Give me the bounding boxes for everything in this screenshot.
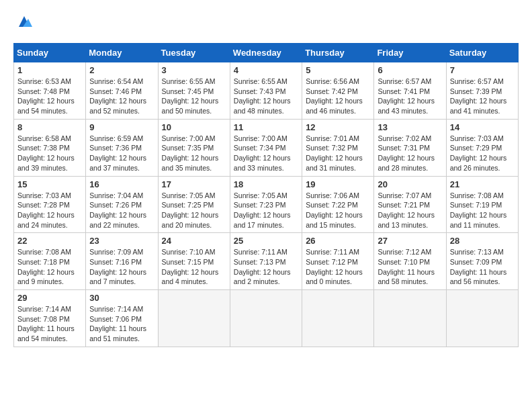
day-number: 3 bbox=[162, 65, 226, 75]
day-info: Sunrise: 7:03 AMSunset: 7:28 PMDaylight:… bbox=[17, 191, 82, 230]
day-number: 12 bbox=[306, 122, 370, 132]
day-number: 20 bbox=[378, 179, 442, 189]
calendar-cell: 18Sunrise: 7:05 AMSunset: 7:23 PMDayligh… bbox=[230, 176, 302, 233]
day-info: Sunrise: 7:12 AMSunset: 7:10 PMDaylight:… bbox=[378, 247, 442, 287]
day-info: Sunrise: 6:57 AMSunset: 7:41 PMDaylight:… bbox=[378, 77, 442, 116]
calendar-week-5: 29Sunrise: 7:14 AMSunset: 7:08 PMDayligh… bbox=[14, 290, 519, 347]
calendar-cell: 10Sunrise: 7:00 AMSunset: 7:35 PMDayligh… bbox=[158, 119, 230, 176]
day-number: 11 bbox=[234, 122, 298, 132]
day-number: 16 bbox=[89, 179, 154, 189]
day-number: 27 bbox=[378, 236, 442, 246]
calendar-cell: 25Sunrise: 7:11 AMSunset: 7:13 PMDayligh… bbox=[230, 233, 302, 290]
calendar-cell: 20Sunrise: 7:07 AMSunset: 7:21 PMDayligh… bbox=[374, 176, 446, 233]
day-info: Sunrise: 6:57 AMSunset: 7:39 PMDaylight:… bbox=[450, 77, 515, 116]
calendar-week-4: 22Sunrise: 7:08 AMSunset: 7:18 PMDayligh… bbox=[14, 233, 519, 290]
day-number: 22 bbox=[17, 236, 82, 246]
calendar-cell: 8Sunrise: 6:58 AMSunset: 7:38 PMDaylight… bbox=[14, 119, 86, 176]
day-info: Sunrise: 6:53 AMSunset: 7:48 PMDaylight:… bbox=[17, 77, 82, 116]
calendar-header-wednesday: Wednesday bbox=[230, 44, 302, 62]
calendar-cell bbox=[230, 290, 302, 347]
logo-icon bbox=[15, 13, 34, 32]
calendar-cell bbox=[158, 290, 230, 347]
day-number: 25 bbox=[234, 236, 298, 246]
day-info: Sunrise: 7:09 AMSunset: 7:16 PMDaylight:… bbox=[89, 247, 154, 287]
day-info: Sunrise: 7:00 AMSunset: 7:35 PMDaylight:… bbox=[162, 134, 226, 173]
day-info: Sunrise: 7:04 AMSunset: 7:26 PMDaylight:… bbox=[89, 191, 154, 230]
logo bbox=[13, 13, 34, 32]
calendar-cell: 29Sunrise: 7:14 AMSunset: 7:08 PMDayligh… bbox=[14, 290, 86, 347]
calendar-cell: 27Sunrise: 7:12 AMSunset: 7:10 PMDayligh… bbox=[374, 233, 446, 290]
calendar-header-saturday: Saturday bbox=[446, 44, 518, 62]
calendar-cell: 19Sunrise: 7:06 AMSunset: 7:22 PMDayligh… bbox=[302, 176, 374, 233]
calendar-cell: 4Sunrise: 6:55 AMSunset: 7:43 PMDaylight… bbox=[230, 62, 302, 120]
calendar-cell: 5Sunrise: 6:56 AMSunset: 7:42 PMDaylight… bbox=[302, 62, 374, 120]
calendar-cell bbox=[374, 290, 446, 347]
calendar: SundayMondayTuesdayWednesdayThursdayFrid… bbox=[13, 43, 519, 347]
day-number: 5 bbox=[306, 65, 370, 75]
calendar-cell: 9Sunrise: 6:59 AMSunset: 7:36 PMDaylight… bbox=[86, 119, 158, 176]
calendar-cell: 2Sunrise: 6:54 AMSunset: 7:46 PMDaylight… bbox=[86, 62, 158, 120]
calendar-cell: 24Sunrise: 7:10 AMSunset: 7:15 PMDayligh… bbox=[158, 233, 230, 290]
calendar-cell: 16Sunrise: 7:04 AMSunset: 7:26 PMDayligh… bbox=[86, 176, 158, 233]
day-info: Sunrise: 7:08 AMSunset: 7:18 PMDaylight:… bbox=[17, 247, 82, 287]
day-info: Sunrise: 7:00 AMSunset: 7:34 PMDaylight:… bbox=[234, 134, 298, 173]
day-info: Sunrise: 7:11 AMSunset: 7:12 PMDaylight:… bbox=[306, 247, 370, 287]
calendar-cell bbox=[446, 290, 518, 347]
day-number: 9 bbox=[89, 122, 154, 132]
day-number: 7 bbox=[450, 65, 515, 75]
day-number: 15 bbox=[17, 179, 82, 189]
day-info: Sunrise: 6:58 AMSunset: 7:38 PMDaylight:… bbox=[17, 134, 82, 173]
calendar-cell: 14Sunrise: 7:03 AMSunset: 7:29 PMDayligh… bbox=[446, 119, 518, 176]
calendar-cell: 23Sunrise: 7:09 AMSunset: 7:16 PMDayligh… bbox=[86, 233, 158, 290]
day-info: Sunrise: 6:54 AMSunset: 7:46 PMDaylight:… bbox=[89, 77, 154, 116]
calendar-cell: 15Sunrise: 7:03 AMSunset: 7:28 PMDayligh… bbox=[14, 176, 86, 233]
calendar-cell: 28Sunrise: 7:13 AMSunset: 7:09 PMDayligh… bbox=[446, 233, 518, 290]
day-number: 1 bbox=[17, 65, 82, 75]
day-number: 21 bbox=[450, 179, 515, 189]
day-number: 26 bbox=[306, 236, 370, 246]
day-number: 19 bbox=[306, 179, 370, 189]
day-info: Sunrise: 7:01 AMSunset: 7:32 PMDaylight:… bbox=[306, 134, 370, 173]
day-number: 30 bbox=[89, 293, 154, 303]
day-info: Sunrise: 7:07 AMSunset: 7:21 PMDaylight:… bbox=[378, 191, 442, 230]
day-number: 29 bbox=[17, 293, 82, 303]
calendar-header-sunday: Sunday bbox=[14, 44, 86, 62]
day-number: 2 bbox=[89, 65, 154, 75]
calendar-header-monday: Monday bbox=[86, 44, 158, 62]
day-info: Sunrise: 7:05 AMSunset: 7:23 PMDaylight:… bbox=[234, 191, 298, 230]
calendar-cell: 7Sunrise: 6:57 AMSunset: 7:39 PMDaylight… bbox=[446, 62, 518, 120]
day-number: 23 bbox=[89, 236, 154, 246]
calendar-header-row: SundayMondayTuesdayWednesdayThursdayFrid… bbox=[14, 44, 519, 62]
calendar-cell: 21Sunrise: 7:08 AMSunset: 7:19 PMDayligh… bbox=[446, 176, 518, 233]
day-number: 17 bbox=[162, 179, 226, 189]
calendar-cell: 17Sunrise: 7:05 AMSunset: 7:25 PMDayligh… bbox=[158, 176, 230, 233]
day-info: Sunrise: 7:13 AMSunset: 7:09 PMDaylight:… bbox=[450, 247, 515, 287]
day-info: Sunrise: 7:10 AMSunset: 7:15 PMDaylight:… bbox=[162, 247, 226, 287]
calendar-cell bbox=[302, 290, 374, 347]
day-info: Sunrise: 6:55 AMSunset: 7:43 PMDaylight:… bbox=[234, 77, 298, 116]
calendar-week-2: 8Sunrise: 6:58 AMSunset: 7:38 PMDaylight… bbox=[14, 119, 519, 176]
day-number: 4 bbox=[234, 65, 298, 75]
calendar-week-3: 15Sunrise: 7:03 AMSunset: 7:28 PMDayligh… bbox=[14, 176, 519, 233]
day-number: 6 bbox=[378, 65, 442, 75]
day-info: Sunrise: 6:56 AMSunset: 7:42 PMDaylight:… bbox=[306, 77, 370, 116]
day-number: 8 bbox=[17, 122, 82, 132]
day-info: Sunrise: 6:59 AMSunset: 7:36 PMDaylight:… bbox=[89, 134, 154, 173]
calendar-week-1: 1Sunrise: 6:53 AMSunset: 7:48 PMDaylight… bbox=[14, 62, 519, 120]
day-info: Sunrise: 7:02 AMSunset: 7:31 PMDaylight:… bbox=[378, 134, 442, 173]
calendar-cell: 22Sunrise: 7:08 AMSunset: 7:18 PMDayligh… bbox=[14, 233, 86, 290]
calendar-cell: 30Sunrise: 7:14 AMSunset: 7:06 PMDayligh… bbox=[86, 290, 158, 347]
calendar-header-thursday: Thursday bbox=[302, 44, 374, 62]
calendar-header-friday: Friday bbox=[374, 44, 446, 62]
day-info: Sunrise: 7:06 AMSunset: 7:22 PMDaylight:… bbox=[306, 191, 370, 230]
day-info: Sunrise: 7:03 AMSunset: 7:29 PMDaylight:… bbox=[450, 134, 515, 173]
day-info: Sunrise: 7:08 AMSunset: 7:19 PMDaylight:… bbox=[450, 191, 515, 230]
day-number: 18 bbox=[234, 179, 298, 189]
calendar-cell: 3Sunrise: 6:55 AMSunset: 7:45 PMDaylight… bbox=[158, 62, 230, 120]
day-info: Sunrise: 7:14 AMSunset: 7:08 PMDaylight:… bbox=[17, 304, 82, 344]
day-info: Sunrise: 7:05 AMSunset: 7:25 PMDaylight:… bbox=[162, 191, 226, 230]
calendar-cell: 11Sunrise: 7:00 AMSunset: 7:34 PMDayligh… bbox=[230, 119, 302, 176]
day-info: Sunrise: 7:14 AMSunset: 7:06 PMDaylight:… bbox=[89, 304, 154, 344]
day-number: 14 bbox=[450, 122, 515, 132]
calendar-cell: 12Sunrise: 7:01 AMSunset: 7:32 PMDayligh… bbox=[302, 119, 374, 176]
